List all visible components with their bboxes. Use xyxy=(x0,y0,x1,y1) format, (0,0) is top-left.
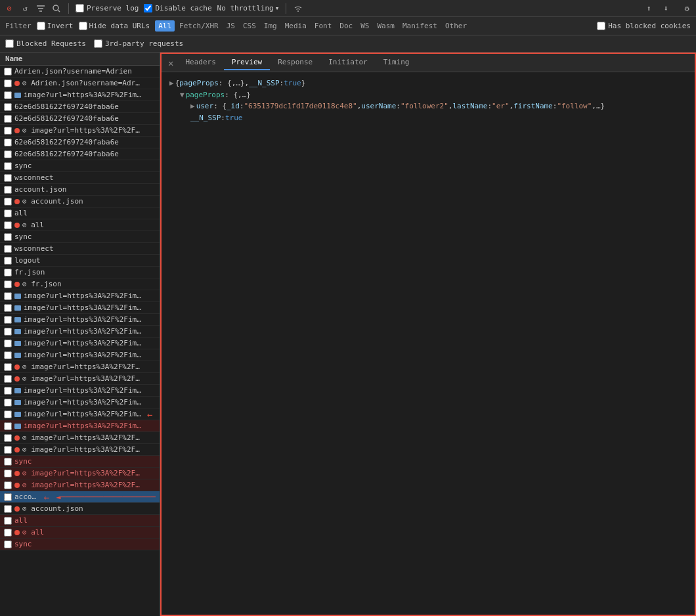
tab-response[interactable]: Response xyxy=(270,55,320,70)
item-checkbox[interactable] xyxy=(4,493,12,501)
type-btn-doc[interactable]: Doc xyxy=(336,20,356,32)
list-item[interactable]: 62e6d581622f697240faba6e xyxy=(0,113,160,125)
list-item[interactable]: ⊘ Adrien.json?username=Adrien xyxy=(0,77,160,89)
list-item[interactable]: ⊘ account.json xyxy=(0,196,160,208)
list-item[interactable]: ⊘ image?url=https%3A%2F%2Fima... xyxy=(0,125,160,137)
list-item[interactable]: wsconnect xyxy=(0,243,160,255)
item-checkbox[interactable] xyxy=(4,340,12,347)
list-item[interactable]: 62e6d581622f697240faba6e xyxy=(0,101,160,113)
list-item[interactable]: image?url=https%3A%2F%2Fimag...← xyxy=(0,408,160,420)
item-checkbox[interactable] xyxy=(4,316,12,324)
item-checkbox[interactable] xyxy=(4,162,12,170)
list-item[interactable]: sync xyxy=(0,160,160,172)
list-item[interactable]: ⊘ account.json xyxy=(0,503,160,515)
list-item[interactable]: image?url=https%3A%2F%2Fimag... xyxy=(0,290,160,302)
item-checkbox[interactable] xyxy=(4,540,12,548)
list-item[interactable]: image?url=https%3A%2F%2Fimag... xyxy=(0,338,160,349)
list-item[interactable]: ⊘ image?url=https%3A%2F%2Fima... xyxy=(0,432,160,444)
item-checkbox[interactable] xyxy=(4,434,12,442)
item-checkbox[interactable] xyxy=(4,209,12,217)
item-checkbox[interactable] xyxy=(4,351,12,359)
item-checkbox[interactable] xyxy=(4,446,12,454)
list-item[interactable]: fr.json xyxy=(0,267,160,278)
list-item[interactable]: image?url=https%3A%2F%2Fimag... xyxy=(0,314,160,326)
expand-pageprops[interactable] xyxy=(180,89,185,101)
tab-close-button[interactable]: ✕ xyxy=(164,58,177,68)
type-btn-media[interactable]: Media xyxy=(282,20,310,32)
item-checkbox[interactable] xyxy=(4,292,12,300)
item-checkbox[interactable] xyxy=(4,422,12,430)
list-item[interactable]: Adrien.json?username=Adrien xyxy=(0,66,160,77)
item-checkbox[interactable] xyxy=(4,221,12,229)
list-item[interactable]: sync xyxy=(0,539,160,550)
item-checkbox[interactable] xyxy=(4,245,12,253)
disable-cache-checkbox[interactable]: Disable cache xyxy=(144,4,211,12)
list-item[interactable]: image?url=https%3A%2F%2Fimag... xyxy=(0,326,160,338)
list-item[interactable]: image?url=https%3A%2F%2Fima... xyxy=(0,385,160,397)
type-btn-wasm[interactable]: Wasm xyxy=(374,20,398,32)
list-item[interactable]: sync xyxy=(0,231,160,243)
item-checkbox[interactable] xyxy=(4,127,12,135)
stop-icon[interactable]: ⊘ xyxy=(4,3,14,14)
list-item[interactable]: ⊘ image?url=https%3A%2F%2Fima... xyxy=(0,468,160,479)
type-btn-img[interactable]: Img xyxy=(261,20,280,32)
expand-user[interactable] xyxy=(190,100,195,112)
list-item[interactable]: ⊘ image?url=https%3A%2F%2Fima... xyxy=(0,479,160,491)
item-checkbox[interactable] xyxy=(4,399,12,407)
has-blocked-cookies-checkbox[interactable] xyxy=(597,22,605,30)
refresh-icon[interactable]: ↺ xyxy=(20,3,30,14)
tab-timing[interactable]: Timing xyxy=(376,55,418,70)
list-item[interactable]: sync xyxy=(0,456,160,468)
item-checkbox[interactable] xyxy=(4,79,12,87)
type-btn-ws[interactable]: WS xyxy=(357,20,372,32)
tab-headers[interactable]: Headers xyxy=(177,55,223,70)
item-checkbox[interactable] xyxy=(4,233,12,241)
type-btn-manifest[interactable]: Manifest xyxy=(399,20,441,32)
tab-preview[interactable]: Preview xyxy=(224,55,270,70)
item-checkbox[interactable] xyxy=(4,529,12,537)
filter-icon[interactable] xyxy=(35,3,46,14)
item-checkbox[interactable] xyxy=(4,375,12,383)
item-checkbox[interactable] xyxy=(4,363,12,371)
throttle-button[interactable]: No throttling ▾ xyxy=(217,4,280,12)
item-checkbox[interactable] xyxy=(4,387,12,395)
list-item[interactable]: account.json←◄──────────────────── xyxy=(0,491,160,503)
preserve-log-checkbox[interactable]: Preserve log xyxy=(76,4,139,12)
third-party-checkbox[interactable]: 3rd-party requests xyxy=(94,39,183,48)
item-checkbox[interactable] xyxy=(4,115,12,123)
list-item[interactable]: ⊘ all xyxy=(0,219,160,231)
tab-initiator[interactable]: Initiator xyxy=(320,55,376,70)
download-icon[interactable]: ⬇ xyxy=(661,3,671,14)
gear-icon[interactable]: ⚙ xyxy=(682,3,692,14)
item-checkbox[interactable] xyxy=(4,174,12,182)
item-checkbox[interactable] xyxy=(4,150,12,158)
item-checkbox[interactable] xyxy=(4,269,12,276)
type-btn-other[interactable]: Other xyxy=(442,20,470,32)
list-item[interactable]: image?url=https%3A%2F%2Fima... xyxy=(0,397,160,408)
list-item[interactable]: ⊘ fr.json xyxy=(0,278,160,290)
list-item[interactable]: account.json xyxy=(0,184,160,196)
item-checkbox[interactable] xyxy=(4,505,12,513)
list-item[interactable]: 62e6d581622f697240faba6e xyxy=(0,137,160,148)
list-item[interactable]: image?url=https%3A%2F%2Fimag... xyxy=(0,302,160,314)
list-item[interactable]: image?url=https%3A%2F%2Fimag... xyxy=(0,420,160,432)
item-checkbox[interactable] xyxy=(4,186,12,194)
type-btn-fetch-xhr[interactable]: Fetch/XHR xyxy=(176,20,222,32)
expand-root[interactable] xyxy=(169,77,174,89)
item-checkbox[interactable] xyxy=(4,410,12,418)
item-checkbox[interactable] xyxy=(4,103,12,111)
item-checkbox[interactable] xyxy=(4,304,12,312)
list-item[interactable]: ⊘ image?url=https%3A%2F%2Fima... xyxy=(0,361,160,373)
item-checkbox[interactable] xyxy=(4,481,12,489)
item-checkbox[interactable] xyxy=(4,257,12,265)
invert-checkbox[interactable]: Invert xyxy=(37,22,74,30)
item-checkbox[interactable] xyxy=(4,517,12,525)
type-btn-js[interactable]: JS xyxy=(223,20,238,32)
item-checkbox[interactable] xyxy=(4,280,12,288)
item-checkbox[interactable] xyxy=(4,328,12,336)
list-item[interactable]: logout xyxy=(0,255,160,267)
type-btn-font[interactable]: Font xyxy=(311,20,336,32)
item-checkbox[interactable] xyxy=(4,458,12,466)
hide-data-urls-checkbox[interactable]: Hide data URLs xyxy=(79,22,150,30)
list-item[interactable]: 62e6d581622f697240faba6e xyxy=(0,148,160,160)
